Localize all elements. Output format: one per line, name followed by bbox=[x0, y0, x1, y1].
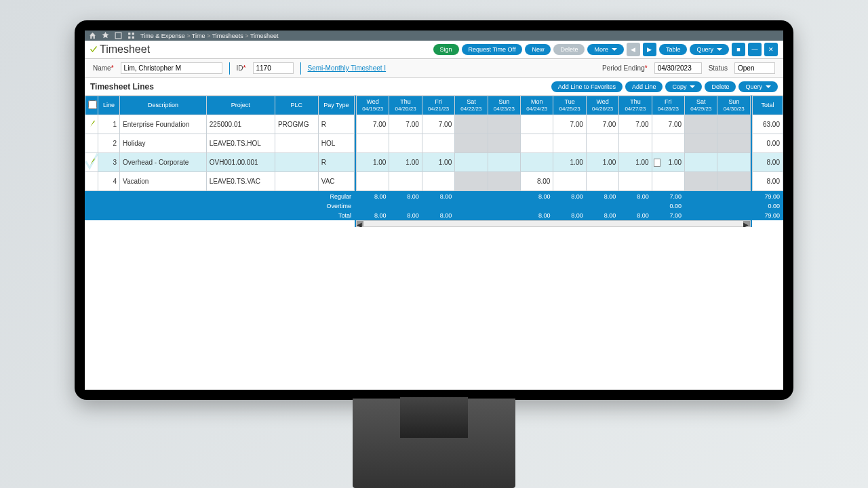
status-field[interactable] bbox=[734, 62, 775, 74]
table-row[interactable]: 8.00 bbox=[357, 172, 751, 191]
svg-rect-3 bbox=[128, 37, 130, 39]
chevron-down-icon bbox=[717, 48, 722, 51]
query-lines-button[interactable]: Query bbox=[738, 81, 778, 92]
check-icon bbox=[90, 46, 97, 53]
home-icon[interactable] bbox=[89, 32, 96, 39]
page-title: Timesheet bbox=[100, 43, 431, 56]
table-button[interactable]: Table bbox=[659, 44, 688, 55]
name-label: Name* bbox=[93, 64, 114, 72]
period-label: Period Ending* bbox=[602, 64, 648, 72]
top-nav-bar: Time & Expense > Time > Timesheets > Tim… bbox=[85, 30, 783, 41]
table-row[interactable]: 4VacationLEAVE0.TS.VACVAC bbox=[85, 172, 355, 191]
svg-rect-1 bbox=[128, 33, 130, 35]
svg-rect-0 bbox=[115, 33, 121, 39]
copy-button[interactable]: Copy bbox=[665, 81, 702, 92]
chevron-down-icon bbox=[690, 85, 695, 88]
prev-button[interactable]: ◀ bbox=[627, 43, 640, 56]
page-header: Timesheet Sign Request Time Off New Dele… bbox=[85, 41, 783, 59]
table-row[interactable] bbox=[357, 134, 751, 153]
table-row[interactable]: 1.001.001.001.001.001.001.00 bbox=[357, 153, 751, 172]
chevron-down-icon bbox=[766, 85, 771, 88]
grid-icon[interactable] bbox=[127, 32, 135, 39]
table-row[interactable]: 1Enterprise Foundation225000.01PROGMGR bbox=[85, 115, 355, 134]
select-all-checkbox[interactable] bbox=[88, 100, 97, 109]
request-time-off-button[interactable]: Request Time Off bbox=[462, 44, 523, 55]
lines-title: Timesheet Lines bbox=[90, 82, 549, 92]
sign-button[interactable]: Sign bbox=[433, 44, 459, 55]
table-row[interactable]: 7.007.007.007.007.007.007.00 bbox=[357, 115, 751, 134]
delete-button: Delete bbox=[553, 44, 585, 55]
star-icon[interactable] bbox=[102, 32, 109, 39]
window-icon[interactable] bbox=[115, 32, 122, 39]
more-button[interactable]: More bbox=[587, 44, 624, 55]
svg-rect-2 bbox=[132, 33, 134, 35]
close-icon[interactable]: ✕ bbox=[764, 43, 778, 56]
next-button[interactable]: ▶ bbox=[643, 43, 656, 56]
timesheet-grid[interactable]: LineDescriptionProjectPLCPay Type1Enterp… bbox=[85, 96, 783, 227]
query-button[interactable]: Query bbox=[690, 44, 729, 55]
schedule-link[interactable]: Semi-Monthly Timesheet I bbox=[308, 64, 387, 72]
info-bar: Name* ID* Semi-Monthly Timesheet I Perio… bbox=[85, 59, 783, 78]
new-button[interactable]: New bbox=[525, 44, 551, 55]
minimize-icon[interactable]: — bbox=[748, 43, 762, 56]
add-line-favorites-button[interactable]: Add Line to Favorites bbox=[551, 81, 623, 92]
id-field[interactable] bbox=[253, 62, 294, 74]
lines-header: Timesheet Lines Add Line to Favorites Ad… bbox=[85, 78, 783, 96]
chevron-down-icon bbox=[612, 48, 617, 51]
breadcrumb[interactable]: Time & Expense > Time > Timesheets > Tim… bbox=[140, 33, 279, 39]
add-line-button[interactable]: Add Line bbox=[625, 81, 663, 92]
status-label: Status bbox=[709, 64, 728, 72]
stop-icon[interactable]: ■ bbox=[732, 43, 745, 56]
id-label: ID* bbox=[237, 64, 246, 72]
svg-rect-4 bbox=[132, 37, 134, 39]
horizontal-scrollbar[interactable]: ◀▶ bbox=[356, 220, 751, 227]
table-row[interactable]: 3Overhead - CorporateOVH001.00.001R bbox=[85, 153, 355, 172]
delete-line-button[interactable]: Delete bbox=[705, 81, 736, 92]
name-field[interactable] bbox=[121, 62, 222, 74]
table-row[interactable]: 2HolidayLEAVE0.TS.HOLHOL bbox=[85, 134, 355, 153]
period-field[interactable] bbox=[654, 62, 702, 74]
